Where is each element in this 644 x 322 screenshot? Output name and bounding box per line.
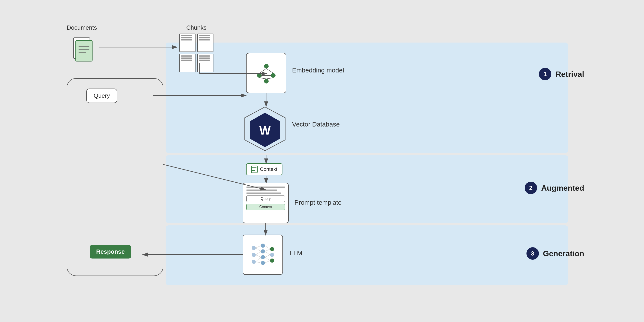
svg-point-31 <box>270 258 274 263</box>
svg-point-29 <box>270 247 274 251</box>
context-badge: Context <box>246 163 282 175</box>
vector-db-group: W <box>243 106 288 156</box>
svg-line-32 <box>256 246 261 248</box>
svg-line-37 <box>256 262 261 263</box>
embedding-model-box <box>246 53 286 93</box>
svg-point-8 <box>271 73 276 78</box>
prompt-context-badge: Context <box>246 204 285 210</box>
generation-badge: 3 <box>526 247 539 260</box>
llm-box <box>243 234 283 275</box>
svg-line-12 <box>260 78 266 79</box>
label-augmented-group: 2 Augmented <box>525 182 584 194</box>
svg-line-41 <box>265 255 270 257</box>
section-retrival <box>166 42 568 153</box>
section-generation <box>166 226 568 285</box>
prompt-template-label: Prompt template <box>294 199 342 206</box>
llm-icon <box>248 240 278 270</box>
svg-point-7 <box>257 73 262 78</box>
documents-group: Documents <box>67 24 97 66</box>
svg-line-10 <box>260 68 266 73</box>
vector-db-icon: W <box>243 106 288 156</box>
chunk-3 <box>180 54 196 72</box>
augmented-label: Augmented <box>541 184 584 192</box>
svg-point-22 <box>252 246 256 250</box>
generation-label: Generation <box>543 249 584 258</box>
query-bubble: Query <box>86 88 117 103</box>
svg-line-13 <box>266 78 273 79</box>
section-augmented <box>166 155 568 223</box>
svg-point-30 <box>270 253 274 257</box>
vector-label: Vector Database <box>292 121 340 128</box>
retrival-badge: 1 <box>539 68 551 80</box>
response-badge: Response <box>90 245 131 258</box>
chunks-grid <box>180 34 214 72</box>
svg-line-43 <box>265 260 270 263</box>
chunk-2 <box>197 34 214 52</box>
prompt-template-box: Query Context <box>243 183 289 223</box>
documents-label: Documents <box>67 24 97 31</box>
svg-rect-2 <box>76 40 92 61</box>
svg-point-27 <box>261 255 265 259</box>
svg-line-35 <box>256 255 261 257</box>
svg-point-23 <box>252 253 256 257</box>
svg-line-11 <box>266 68 273 73</box>
llm-label: LLM <box>290 250 302 257</box>
svg-line-36 <box>256 257 261 262</box>
diagram-container: 1 Retrival 2 Augmented 3 Generation Docu… <box>46 17 598 305</box>
label-retrival-group: 1 Retrival <box>539 68 584 80</box>
svg-point-9 <box>264 79 269 84</box>
svg-point-24 <box>252 260 256 264</box>
svg-point-6 <box>264 64 269 68</box>
augmented-badge: 2 <box>525 182 537 194</box>
svg-point-26 <box>261 249 265 254</box>
svg-line-34 <box>256 252 261 255</box>
documents-icon <box>69 34 94 66</box>
context-doc-icon <box>251 166 258 173</box>
svg-point-28 <box>261 261 265 265</box>
chunks-group: Chunks <box>180 24 214 72</box>
chunk-4 <box>197 54 214 72</box>
chunks-label: Chunks <box>186 24 206 31</box>
svg-line-42 <box>265 257 270 260</box>
embedding-model-icon <box>252 59 280 87</box>
svg-line-39 <box>265 249 270 252</box>
chunk-1 <box>180 34 196 52</box>
label-generation-group: 3 Generation <box>526 247 584 260</box>
prompt-query-badge: Query <box>246 196 285 202</box>
svg-point-25 <box>261 244 265 248</box>
embedding-label: Embedding model <box>292 67 344 74</box>
retrival-label: Retrival <box>556 70 584 79</box>
context-label: Context <box>260 166 278 172</box>
svg-line-38 <box>265 246 270 249</box>
svg-line-40 <box>265 252 270 255</box>
svg-text:W: W <box>259 124 271 137</box>
svg-line-33 <box>256 248 261 252</box>
